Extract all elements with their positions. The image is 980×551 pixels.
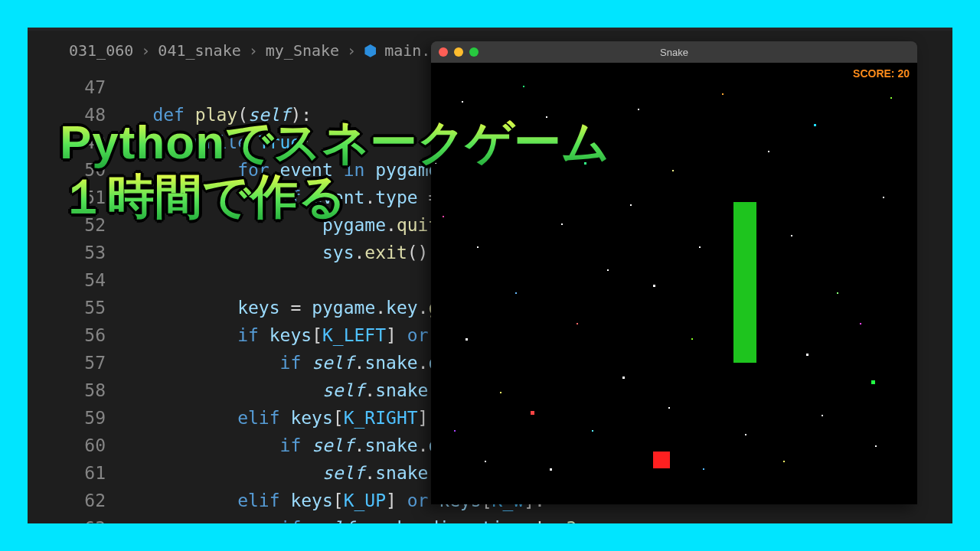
bc-chevron-icon: ›	[347, 41, 356, 60]
star-particle	[630, 204, 632, 206]
line-numbers: 4748495051525354555657585960616263646566	[69, 73, 106, 523]
game-window[interactable]: Snake SCORE: 20	[431, 41, 917, 504]
star-particle	[561, 223, 563, 225]
star-particle	[837, 292, 838, 294]
star-particle	[672, 170, 674, 171]
star-particle	[577, 323, 578, 324]
star-particle	[806, 354, 808, 356]
star-particle	[822, 415, 823, 416]
star-particle	[477, 246, 479, 248]
python-file-icon: ⬢	[364, 41, 377, 60]
star-particle	[860, 323, 861, 324]
star-particle	[703, 468, 704, 470]
window-titlebar[interactable]: Snake	[431, 41, 917, 63]
star-particle	[515, 292, 517, 294]
bc-folder-1[interactable]: 031_060	[69, 41, 133, 60]
window-title: Snake	[431, 47, 917, 58]
star-particle	[462, 101, 463, 103]
bc-chevron-icon: ›	[141, 41, 150, 60]
star-particle	[638, 109, 639, 110]
star-particle	[466, 338, 468, 341]
bc-folder-2[interactable]: 041_snake	[158, 41, 240, 60]
tab-strip	[28, 28, 952, 31]
star-particle	[791, 235, 792, 236]
star-particle	[443, 216, 444, 217]
star-particle	[550, 468, 552, 471]
star-particle	[745, 434, 746, 435]
game-canvas[interactable]: SCORE: 20	[431, 63, 917, 504]
star-particle	[783, 461, 785, 462]
bc-folder-3[interactable]: my_Snake	[266, 41, 339, 60]
star-particle	[699, 246, 701, 248]
star-particle	[546, 116, 547, 118]
star-particle	[485, 461, 486, 462]
star-particle	[435, 162, 436, 164]
star-particle	[622, 377, 625, 379]
food-square	[653, 452, 670, 468]
snake-body	[733, 202, 756, 363]
star-particle	[584, 162, 586, 165]
bc-chevron-icon: ›	[249, 41, 258, 60]
star-particle	[653, 285, 655, 287]
star-particle	[592, 430, 593, 432]
star-particle	[607, 269, 609, 271]
star-particle	[883, 197, 884, 198]
star-particle	[531, 411, 534, 415]
star-particle	[875, 445, 877, 447]
star-particle	[890, 97, 892, 99]
star-particle	[871, 380, 875, 384]
star-particle	[488, 135, 491, 138]
star-particle	[500, 392, 501, 393]
star-particle	[722, 93, 724, 95]
star-particle	[814, 124, 816, 126]
star-particle	[523, 86, 524, 87]
star-particle	[691, 338, 693, 340]
star-particle	[454, 430, 456, 432]
score-label: SCORE: 20	[853, 67, 910, 80]
star-particle	[768, 151, 769, 152]
star-particle	[668, 407, 670, 409]
